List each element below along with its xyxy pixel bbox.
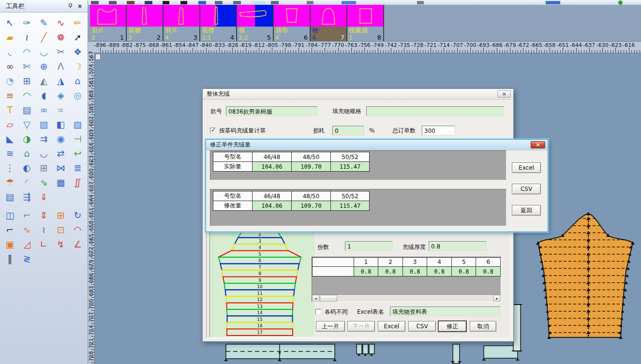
bottom-pattern-pieces[interactable] — [213, 341, 532, 364]
zigzag-tool-icon[interactable]: ≷ — [18, 251, 35, 266]
l-shape-tool-icon[interactable]: ⌐ — [1, 222, 18, 237]
scroll-track[interactable] — [337, 295, 493, 302]
piece-tile-1[interactable]: 后片21 — [90, 5, 126, 41]
segment-tool-icon[interactable]: ╱ — [35, 30, 52, 44]
thickness-value-cell[interactable]: 0.8 — [378, 267, 403, 277]
collar-tool-icon[interactable]: ◡ — [35, 146, 52, 160]
total-orders-input[interactable]: 300 — [422, 126, 455, 135]
bend-arrow-tool-icon[interactable]: ↩ — [69, 146, 86, 160]
grade-piece-tool-icon[interactable]: ⌂ — [18, 146, 35, 160]
curve-eraser-tool-icon[interactable]: ≀ — [18, 30, 35, 44]
button-tool-icon[interactable]: ◉ — [52, 131, 69, 146]
pencil-tool-icon[interactable]: ✏ — [69, 15, 86, 30]
panel-tool-icon[interactable]: ◧ — [52, 117, 69, 131]
piece-tile-2[interactable]: 前侧22 — [127, 5, 163, 41]
mirror-tool-icon[interactable]: ◭ — [35, 73, 52, 88]
spectacles-tool-icon[interactable]: ∞ — [1, 59, 18, 73]
excel-button[interactable]: Excel — [378, 321, 405, 332]
pleat-tool-icon[interactable]: ◈ — [52, 88, 69, 102]
loss-input[interactable]: 0 — [332, 126, 364, 135]
corner-shape-tool-icon[interactable]: ⌂ — [69, 73, 86, 88]
width-tool-icon[interactable]: ⊣ — [69, 131, 86, 146]
style-no-input[interactable]: 0836款男装棉服 — [226, 106, 317, 116]
select-tool-icon[interactable]: ↖ — [1, 15, 18, 30]
wave-piece-tool-icon[interactable]: ≋ — [1, 146, 18, 160]
link-tool-icon[interactable]: ∞ — [35, 102, 52, 117]
scissors-tool-icon[interactable]: ✂ — [52, 44, 69, 59]
thickness-value-cell[interactable]: 0.8 — [451, 267, 476, 277]
thickness-value-cell[interactable]: 0.8 — [354, 267, 378, 277]
s-curve-tool-icon[interactable]: ∬ — [69, 175, 86, 189]
move-piece-tool-icon[interactable]: ⇉ — [35, 131, 52, 146]
base-size-checkbox[interactable] — [210, 128, 216, 133]
excel-name-input[interactable]: 填充物资料表 — [390, 306, 500, 316]
select-pattern-tool-icon[interactable]: ▱ — [1, 117, 18, 131]
toolbar-pin-icon[interactable] — [66, 2, 74, 10]
rotate-piece-tool-icon[interactable]: ↻ — [69, 208, 86, 222]
hatch-tool-icon[interactable]: ▧ — [69, 117, 86, 131]
quilt-piece-tool-icon[interactable]: ▨ — [35, 117, 52, 131]
measure-plus-tool-icon[interactable]: ☽ — [69, 59, 86, 73]
scroll-left-icon[interactable]: ◂ — [312, 295, 319, 302]
beach-umbrella-tool-icon[interactable]: ☂ — [1, 175, 18, 189]
cut-curve-tool-icon[interactable]: ✄ — [18, 59, 35, 73]
add-shape-tool-icon[interactable]: ❖ — [69, 44, 86, 59]
line-type-tool-icon[interactable]: ≡ — [1, 88, 18, 102]
piece-tile-3[interactable]: 前片43 — [164, 5, 199, 41]
panel-arrows-tool-icon[interactable]: ⇶ — [18, 189, 35, 204]
align-tool-icon[interactable]: ‖ — [1, 251, 18, 266]
crosshair-tool-icon[interactable]: ⊕ — [35, 59, 52, 73]
size-table-value-cell[interactable]: 109.70 — [292, 201, 331, 211]
sleeve-pattern-piece[interactable] — [535, 210, 641, 341]
seam-allowance-tool-icon[interactable]: ▤ — [18, 102, 35, 117]
pair-pieces-tool-icon[interactable]: ⊞ — [35, 160, 52, 175]
drill-tool-icon[interactable]: ⇓ — [35, 189, 52, 204]
toolbar-close-icon[interactable]: × — [76, 2, 84, 10]
corner-pin-tool-icon[interactable]: ◿ — [18, 237, 35, 251]
dart-fold-tool-icon[interactable]: ◑ — [18, 131, 35, 146]
eraser-tool-icon[interactable]: ▰ — [1, 30, 18, 44]
spiral-tool-icon[interactable]: ◎ — [69, 88, 86, 102]
toolbar-titlebar[interactable]: 工具栏 × — [0, 0, 88, 13]
size-table-value-cell[interactable]: 115.47 — [331, 201, 370, 211]
angle-measure-tool-icon[interactable]: ∠ — [69, 237, 86, 251]
dart-dots-tool-icon[interactable]: ⋮ — [1, 160, 18, 175]
measure-points-tool-icon[interactable]: ⇘ — [35, 175, 52, 189]
vector-arrow-tool-icon[interactable]: ➚ — [69, 30, 86, 44]
dialog-main-titlebar[interactable]: 整体充绒 × — [203, 89, 513, 100]
diff-sizes-checkbox[interactable] — [315, 309, 321, 315]
thickness-hscrollbar[interactable]: ◂ ▸ — [312, 294, 501, 302]
corner-arc-tool-icon[interactable]: ◟ — [1, 44, 18, 59]
dart-tool-icon[interactable]: ◣ — [1, 131, 18, 146]
thickness-value-cell[interactable]: 0.8 — [476, 267, 501, 277]
protractor-tool-icon[interactable]: ◔ — [1, 73, 18, 88]
size-table-value-cell[interactable]: 115.47 — [331, 162, 370, 172]
nested-box-tool-icon[interactable]: ⊡ — [52, 222, 69, 237]
stack-tool-icon[interactable]: ▤ — [1, 189, 18, 204]
layout-boxes-tool-icon[interactable]: ⊞ — [18, 73, 35, 88]
curtain-tool-icon[interactable]: ≣ — [69, 160, 86, 175]
dialog-sub-close-icon[interactable]: × — [531, 141, 545, 148]
prev-piece-button[interactable]: 上一片 — [316, 321, 345, 332]
excel-button[interactable]: Excel — [512, 162, 541, 173]
cancel-button[interactable]: 取消 — [470, 321, 496, 332]
size-table-value-cell[interactable]: 104.06 — [253, 162, 292, 172]
scroll-thumb[interactable] — [320, 295, 337, 302]
fan-spread-tool-icon[interactable]: ◠ — [18, 88, 35, 102]
corner-measure-tool-icon[interactable]: ∟ — [35, 237, 52, 251]
round-corner-tool-icon[interactable]: ◜ — [18, 175, 35, 189]
select-frame-tool-icon[interactable]: ◫ — [1, 208, 18, 222]
line-edit-tool-icon[interactable]: ✎ — [35, 15, 52, 30]
piece-tile-4[interactable]: 底襟2;14 — [200, 5, 236, 41]
flip-tool-icon[interactable]: ◮ — [52, 73, 69, 88]
portions-input[interactable]: 1 — [345, 241, 392, 251]
piece-tile-8[interactable]: 收藏袋18 — [347, 5, 383, 41]
seam-corner-tool-icon[interactable]: ⌐ — [18, 208, 35, 222]
thickness-input[interactable]: 0.8 — [429, 241, 487, 251]
csv-button[interactable]: CSV — [512, 184, 541, 194]
arc-tool-icon[interactable]: ◠ — [18, 44, 35, 59]
text-tool-icon[interactable]: T — [1, 102, 18, 117]
angle-swing-tool-icon[interactable]: ↯ — [52, 237, 69, 251]
arc-point-tool-icon[interactable]: ◡ — [35, 44, 52, 59]
filler-spec-input[interactable] — [366, 106, 504, 116]
